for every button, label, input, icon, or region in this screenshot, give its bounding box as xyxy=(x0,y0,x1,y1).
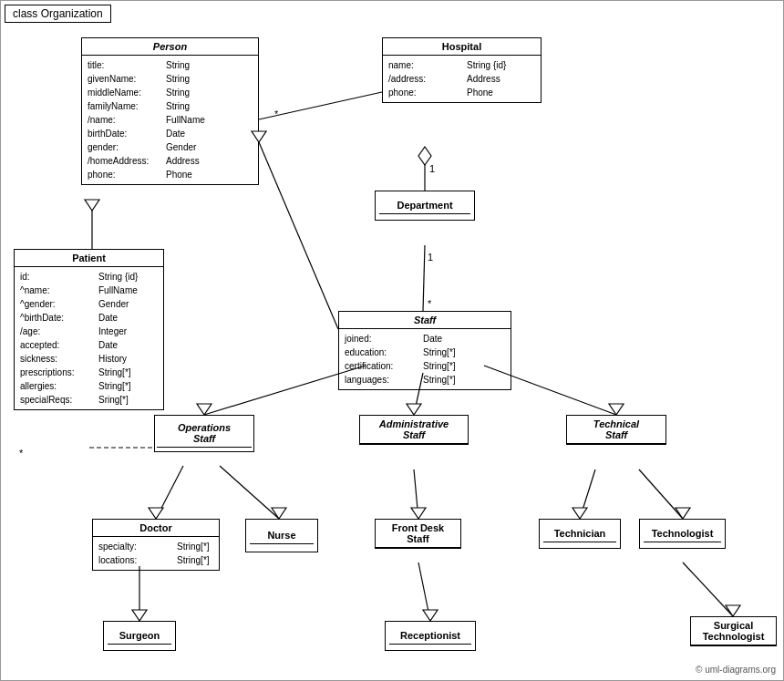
svg-line-0 xyxy=(259,92,382,119)
class-staff: Staff joined:Date education:String[*] ce… xyxy=(338,311,511,390)
class-department-name: Department xyxy=(379,197,470,214)
class-surgeon-name: Surgeon xyxy=(108,627,171,645)
svg-marker-25 xyxy=(573,508,587,519)
svg-marker-9 xyxy=(85,200,99,211)
class-technologist: Technologist xyxy=(639,519,726,549)
class-hospital-name: Hospital xyxy=(383,38,541,56)
class-person: Person title:String givenName:String mid… xyxy=(81,37,259,185)
class-nurse: Nurse xyxy=(245,519,318,552)
class-patient: Patient id:String {id} ^name:FullName ^g… xyxy=(14,249,164,410)
svg-marker-15 xyxy=(407,404,421,415)
class-patient-attrs: id:String {id} ^name:FullName ^gender:Ge… xyxy=(15,267,163,409)
svg-text:1: 1 xyxy=(429,163,435,174)
class-surgeon: Surgeon xyxy=(103,621,176,651)
class-doctor-attrs: specialty:String[*] locations:String[*] xyxy=(93,537,219,570)
class-tech-staff-name: TechnicalStaff xyxy=(567,416,665,444)
class-receptionist: Receptionist xyxy=(385,621,476,651)
svg-text:*: * xyxy=(19,448,24,459)
svg-line-20 xyxy=(220,466,279,519)
class-surgical-tech: SurgicalTechnologist xyxy=(690,616,777,646)
class-patient-name: Patient xyxy=(15,250,163,267)
svg-line-18 xyxy=(156,466,183,519)
svg-line-30 xyxy=(418,562,430,621)
svg-line-22 xyxy=(414,469,418,519)
svg-line-26 xyxy=(639,469,683,519)
svg-text:*: * xyxy=(274,108,279,119)
svg-marker-3 xyxy=(418,147,431,165)
svg-marker-31 xyxy=(423,610,438,621)
class-ops-staff: OperationsStaff xyxy=(154,415,254,452)
svg-line-5 xyxy=(423,245,425,311)
svg-marker-19 xyxy=(149,508,163,519)
class-nurse-name: Nurse xyxy=(250,527,314,544)
class-hospital-attrs: name:String {id} /address:Address phone:… xyxy=(383,56,541,102)
svg-text:*: * xyxy=(428,298,432,309)
svg-marker-17 xyxy=(609,404,624,415)
class-front-desk: Front DeskStaff xyxy=(375,519,461,549)
class-person-attrs: title:String givenName:String middleName… xyxy=(82,56,258,184)
class-hospital: Hospital name:String {id} /address:Addre… xyxy=(382,37,542,103)
class-surgical-tech-name: SurgicalTechnologist xyxy=(691,617,776,645)
svg-line-32 xyxy=(683,562,733,616)
class-admin-staff: AdministrativeStaff xyxy=(359,415,469,445)
class-doctor: Doctor specialty:String[*] locations:Str… xyxy=(92,519,220,571)
class-ops-staff-name: OperationsStaff xyxy=(157,419,252,448)
diagram-container: class Organization Person title:String g… xyxy=(0,0,784,681)
class-technologist-name: Technologist xyxy=(644,525,721,542)
class-department: Department xyxy=(375,191,475,221)
class-tech-staff: TechnicalStaff xyxy=(566,415,666,445)
class-staff-attrs: joined:Date education:String[*] certific… xyxy=(339,329,511,389)
diagram-title: class Organization xyxy=(5,5,111,23)
svg-marker-13 xyxy=(197,404,211,415)
class-front-desk-name: Front DeskStaff xyxy=(376,520,460,548)
class-staff-name: Staff xyxy=(339,312,511,329)
svg-marker-33 xyxy=(726,605,740,616)
class-admin-staff-name: AdministrativeStaff xyxy=(360,416,468,444)
svg-line-24 xyxy=(580,469,595,519)
class-person-name: Person xyxy=(82,38,258,56)
class-technician-name: Technician xyxy=(543,525,616,542)
svg-marker-27 xyxy=(676,508,690,519)
svg-marker-23 xyxy=(411,508,426,519)
class-doctor-name: Doctor xyxy=(93,520,219,537)
copyright: © uml-diagrams.org xyxy=(696,665,776,675)
class-technician: Technician xyxy=(539,519,621,549)
svg-marker-21 xyxy=(272,508,286,519)
svg-marker-29 xyxy=(132,610,147,621)
svg-line-10 xyxy=(259,142,338,329)
class-receptionist-name: Receptionist xyxy=(389,627,471,645)
svg-text:1: 1 xyxy=(428,252,433,263)
